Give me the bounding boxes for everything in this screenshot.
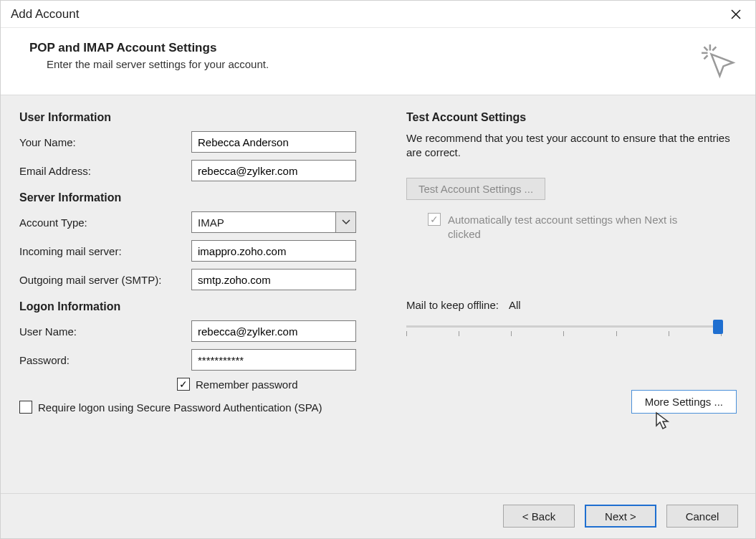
left-column: User Information Your Name: Email Addres…	[19, 111, 363, 480]
right-column: Test Account Settings We recommend that …	[406, 111, 737, 480]
wizard-title: POP and IMAP Account Settings	[29, 41, 269, 55]
label-incoming: Incoming mail server:	[19, 245, 191, 257]
window-title: Add Account	[11, 7, 79, 22]
more-settings-button[interactable]: More Settings ...	[631, 390, 737, 414]
wizard-footer: < Back Next > Cancel	[1, 494, 755, 538]
label-username: User Name:	[19, 325, 191, 338]
chevron-down-icon	[342, 219, 350, 225]
label-email: Email Address:	[19, 165, 191, 177]
your-name-input[interactable]	[191, 131, 356, 153]
auto-test-label: Automatically test account settings when…	[448, 213, 706, 242]
outgoing-server-input[interactable]	[191, 269, 356, 290]
wizard-subtitle: Enter the mail server settings for your …	[47, 58, 269, 70]
spa-label: Require logon using Secure Password Auth…	[38, 401, 322, 415]
remember-password-checkbox[interactable]	[177, 378, 190, 391]
account-type-value: IMAP	[192, 212, 335, 232]
auto-test-row: Automatically test account settings when…	[428, 213, 737, 242]
row-your-name: Your Name:	[19, 131, 363, 153]
auto-test-checkbox	[428, 213, 441, 226]
svg-line-6	[704, 55, 707, 59]
slider-thumb[interactable]	[713, 320, 723, 334]
section-server-info: Server Information	[19, 191, 363, 204]
remember-password-label: Remember password	[196, 378, 298, 391]
cursor-click-icon	[698, 41, 737, 82]
section-test-settings: Test Account Settings	[406, 111, 737, 124]
row-outgoing: Outgoing mail server (SMTP):	[19, 269, 363, 290]
email-input[interactable]	[191, 160, 356, 181]
spa-checkbox[interactable]	[19, 401, 32, 414]
account-type-dropdown-button[interactable]	[335, 212, 355, 232]
test-description: We recommend that you test your account …	[406, 131, 737, 161]
row-username: User Name:	[19, 320, 363, 342]
mail-offline-row: Mail to keep offline: All	[406, 299, 737, 311]
next-button[interactable]: Next >	[585, 505, 656, 528]
more-settings-row: More Settings ...	[406, 390, 737, 414]
cancel-button[interactable]: Cancel	[666, 505, 738, 528]
incoming-server-input[interactable]	[191, 240, 356, 262]
section-logon-info: Logon Information	[19, 300, 363, 313]
mail-offline-slider[interactable]	[406, 318, 722, 340]
test-account-settings-button[interactable]: Test Account Settings ...	[406, 178, 545, 200]
mail-offline-label: Mail to keep offline:	[406, 299, 499, 311]
add-account-window: Add Account POP and IMAP Account Setting…	[0, 0, 756, 539]
username-input[interactable]	[191, 320, 356, 342]
mail-offline-value: All	[509, 299, 521, 311]
slider-track	[406, 325, 722, 328]
svg-line-5	[712, 47, 716, 50]
label-your-name: Your Name:	[19, 136, 191, 148]
label-outgoing: Outgoing mail server (SMTP):	[19, 274, 191, 286]
close-icon	[730, 9, 742, 20]
wizard-header: POP and IMAP Account Settings Enter the …	[1, 28, 755, 95]
remember-password-row[interactable]: Remember password	[177, 378, 363, 391]
titlebar: Add Account	[1, 1, 755, 28]
wizard-header-text: POP and IMAP Account Settings Enter the …	[29, 41, 269, 70]
slider-ticks	[406, 331, 722, 336]
account-type-select[interactable]: IMAP	[191, 211, 356, 233]
back-button[interactable]: < Back	[503, 505, 575, 528]
svg-line-4	[704, 47, 707, 50]
row-password: Password:	[19, 349, 363, 371]
row-incoming: Incoming mail server:	[19, 240, 363, 262]
mouse-cursor-icon	[655, 411, 672, 430]
row-email: Email Address:	[19, 160, 363, 181]
row-account-type: Account Type: IMAP	[19, 211, 363, 233]
wizard-body: User Information Your Name: Email Addres…	[1, 95, 755, 494]
section-user-info: User Information	[19, 111, 363, 124]
spa-row[interactable]: Require logon using Secure Password Auth…	[19, 401, 363, 415]
label-password: Password:	[19, 354, 191, 366]
label-account-type: Account Type:	[19, 216, 191, 229]
password-input[interactable]	[191, 349, 356, 371]
close-button[interactable]	[719, 3, 752, 26]
